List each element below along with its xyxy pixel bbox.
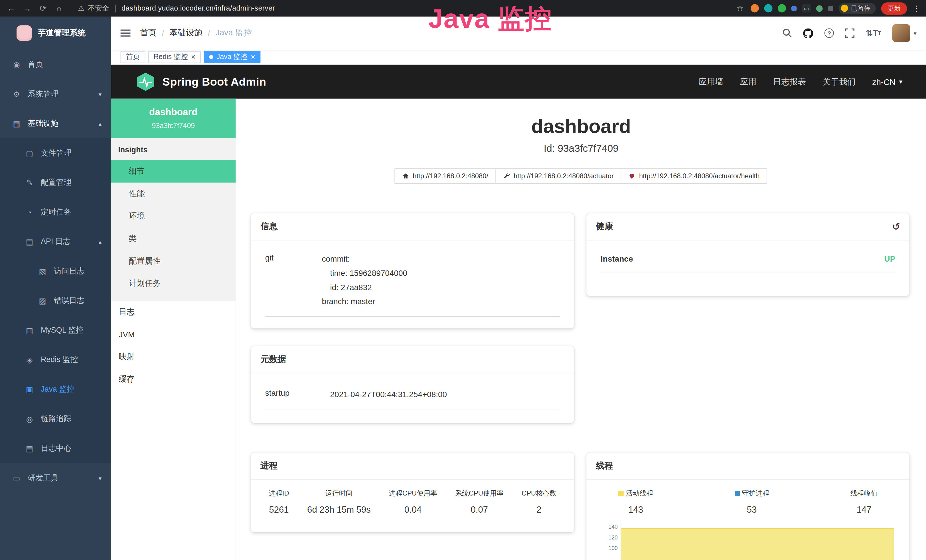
stat-process-cpu: 进程CPU使用率 0.04 bbox=[389, 489, 437, 515]
sidebar-item-api-logs[interactable]: ▤ API 日志 ▴ bbox=[0, 227, 111, 256]
sba-nav-wallboard[interactable]: 应用墙 bbox=[698, 76, 723, 87]
sidebar-item-tracing[interactable]: ◎ 链路追踪 bbox=[0, 404, 111, 434]
status-badge: UP bbox=[884, 255, 895, 263]
bookmark-star-icon[interactable]: ☆ bbox=[735, 3, 745, 13]
sba-item-scheduled-tasks[interactable]: 计划任务 bbox=[111, 272, 236, 295]
threads-chart: 140 120 100 bbox=[601, 524, 895, 560]
chart-plot-area bbox=[620, 524, 895, 560]
sidebar-item-redis-monitor[interactable]: ◈ Redis 监控 bbox=[0, 345, 111, 375]
sidebar-item-file-management[interactable]: ▢ 文件管理 bbox=[0, 138, 111, 168]
sba-item-classes[interactable]: 类 bbox=[111, 227, 236, 250]
extension-icon-orange[interactable] bbox=[750, 4, 759, 12]
extension-on-badge[interactable]: on bbox=[802, 4, 811, 12]
sidebar-item-access-logs[interactable]: ▧ 访问日志 bbox=[0, 256, 111, 286]
redis-icon: ◈ bbox=[25, 356, 34, 364]
sba-navbar: Spring Boot Admin 应用墙 应用 日志报表 关于我们 zh-CN… bbox=[111, 65, 926, 99]
sba-item-metrics[interactable]: 性能 bbox=[111, 183, 236, 205]
back-icon[interactable]: ← bbox=[6, 3, 17, 13]
search-icon[interactable] bbox=[782, 28, 792, 38]
heart-icon bbox=[629, 173, 635, 180]
sba-logo-icon bbox=[136, 72, 155, 92]
history-icon[interactable]: ↺ bbox=[892, 221, 900, 232]
access-log-icon: ▧ bbox=[38, 267, 47, 275]
instance-url-link[interactable]: http://192.168.0.2:48080/ bbox=[394, 168, 496, 184]
security-label: 不安全 bbox=[88, 3, 109, 13]
extension-icon-teal[interactable] bbox=[764, 4, 773, 12]
tab-java-monitor[interactable]: Java 监控 ✕ bbox=[204, 51, 261, 63]
close-icon[interactable]: ✕ bbox=[250, 54, 255, 60]
locale-select[interactable]: zh-CN ▾ bbox=[872, 77, 902, 86]
font-size-icon[interactable]: ⇅TT bbox=[866, 28, 881, 38]
paused-extension-badge[interactable]: 已暂停 bbox=[839, 3, 876, 14]
sidebar-item-infrastructure[interactable]: ▦ 基础设施 ▴ bbox=[0, 109, 111, 138]
sidebar-item-config-management[interactable]: ✎ 配置管理 bbox=[0, 168, 111, 197]
stat-uptime: 运行时间 6d 23h 15m 59s bbox=[307, 489, 371, 515]
pencil-icon: ✎ bbox=[25, 178, 34, 187]
sidebar-item-mysql-monitor[interactable]: ▥ MySQL 监控 bbox=[0, 316, 111, 345]
legend-swatch-blue bbox=[734, 491, 740, 496]
sidebar-collapse-icon[interactable] bbox=[120, 29, 130, 37]
sidebar-item-scheduled-tasks[interactable]: ◔ 定时任务 bbox=[0, 197, 111, 227]
sba-main: dashboard Id: 93a3fc7f7409 http://192.16… bbox=[236, 99, 926, 560]
sba-item-mappings[interactable]: 映射 bbox=[111, 345, 236, 368]
chevron-down-icon: ▾ bbox=[899, 78, 902, 86]
url-text[interactable]: dashboard.yudao.iocoder.cn/infra/admin-s… bbox=[121, 4, 275, 12]
sba-instance-header[interactable]: dashboard 93a3fc7f7409 bbox=[111, 99, 236, 138]
app-logo[interactable]: 芋道管理系统 bbox=[0, 17, 111, 50]
extension-icon-blue[interactable] bbox=[791, 6, 797, 11]
help-icon[interactable]: ? bbox=[825, 28, 834, 38]
legend-daemon-threads: 守护进程 53 bbox=[734, 489, 769, 515]
tab-redis-monitor[interactable]: Redis 监控 ✕ bbox=[148, 51, 201, 63]
close-icon[interactable]: ✕ bbox=[191, 54, 196, 60]
github-icon[interactable] bbox=[803, 28, 813, 38]
chart-y-axis: 140 120 100 bbox=[601, 524, 620, 560]
threads-card: 线程 活动线程 143 守护进程 53 线 bbox=[586, 453, 909, 560]
sidebar-item-home[interactable]: ◉ 首页 bbox=[0, 50, 111, 79]
user-menu[interactable]: ▾ bbox=[892, 24, 917, 42]
sba-nav-menu: 应用墙 应用 日志报表 关于我们 zh-CN ▾ bbox=[698, 76, 902, 87]
legend-live-threads: 活动线程 143 bbox=[618, 489, 653, 515]
extension-icon-green[interactable] bbox=[778, 4, 786, 12]
sidebar-item-java-monitor[interactable]: ▣ Java 监控 bbox=[0, 375, 111, 404]
sidebar-item-system-management[interactable]: ⚙ 系统管理 ▾ bbox=[0, 79, 111, 109]
sba-item-logs[interactable]: 日志 bbox=[111, 301, 236, 323]
health-url-link[interactable]: http://192.168.0.2:48080/actuator/health bbox=[621, 168, 767, 184]
sba-item-jvm[interactable]: JVM bbox=[111, 323, 236, 346]
instance-title: dashboard bbox=[236, 115, 926, 138]
sba-nav-journal[interactable]: 日志报表 bbox=[773, 76, 806, 87]
home-icon[interactable]: ⌂ bbox=[54, 3, 64, 13]
sidebar-item-dev-tools[interactable]: ▭ 研发工具 ▾ bbox=[0, 463, 111, 493]
extension-puzzle-icon[interactable] bbox=[828, 6, 833, 11]
omnibox[interactable]: ⚠ 不安全 dashboard.yudao.iocoder.cn/infra/a… bbox=[78, 3, 275, 13]
screenshot-root: ← → ⟳ ⌂ ⚠ 不安全 dashboard.yudao.iocoder.cn… bbox=[0, 0, 926, 560]
sba-sidebar: dashboard 93a3fc7f7409 Insights 细节 性能 环境… bbox=[111, 99, 236, 560]
sidebar-item-error-logs[interactable]: ▨ 错误日志 bbox=[0, 286, 111, 316]
sidebar-item-log-center[interactable]: ▤ 日志中心 bbox=[0, 434, 111, 463]
legend-peak-threads: 线程峰值 147 bbox=[850, 489, 878, 515]
forward-icon[interactable]: → bbox=[22, 3, 33, 13]
tab-home[interactable]: 首页 bbox=[120, 51, 145, 63]
breadcrumb-infrastructure[interactable]: 基础设施 bbox=[169, 28, 203, 38]
dashboard-icon: ◉ bbox=[12, 60, 21, 69]
sba-item-environment[interactable]: 环境 bbox=[111, 205, 236, 228]
breadcrumb: 首页 / 基础设施 / Java 监控 bbox=[140, 28, 252, 38]
active-dot bbox=[209, 55, 213, 59]
sba-item-config-props[interactable]: 配置属性 bbox=[111, 250, 236, 272]
fullscreen-icon[interactable] bbox=[845, 28, 855, 38]
sba-nav-applications[interactable]: 应用 bbox=[740, 76, 756, 87]
breadcrumb-home[interactable]: 首页 bbox=[140, 28, 157, 38]
chrome-update-button[interactable]: 更新 bbox=[881, 2, 907, 14]
reload-icon[interactable]: ⟳ bbox=[38, 3, 48, 13]
browser-menu-icon[interactable]: ⋮ bbox=[912, 4, 920, 12]
sba-nav-about[interactable]: 关于我们 bbox=[823, 76, 856, 87]
tags-view: 首页 Redis 监控 ✕ Java 监控 ✕ bbox=[111, 50, 926, 65]
cards-area: 信息 git commit: time: 1596289704000 id: 2… bbox=[236, 213, 926, 560]
sba-insights-group: Insights 细节 性能 环境 类 配置属性 计划任务 bbox=[111, 138, 236, 301]
process-stats: 进程ID 5261 运行时间 6d 23h 15m 59s 进程CPU使用率 0… bbox=[265, 488, 560, 515]
extension-icon-leaf[interactable] bbox=[816, 5, 823, 12]
chevron-down-icon: ▾ bbox=[99, 91, 101, 97]
sba-brand[interactable]: Spring Boot Admin bbox=[136, 72, 266, 92]
actuator-url-link[interactable]: http://192.168.0.2:48080/actuator bbox=[495, 168, 622, 184]
sba-item-caches[interactable]: 缓存 bbox=[111, 368, 236, 390]
sba-item-details[interactable]: 细节 bbox=[111, 160, 236, 183]
